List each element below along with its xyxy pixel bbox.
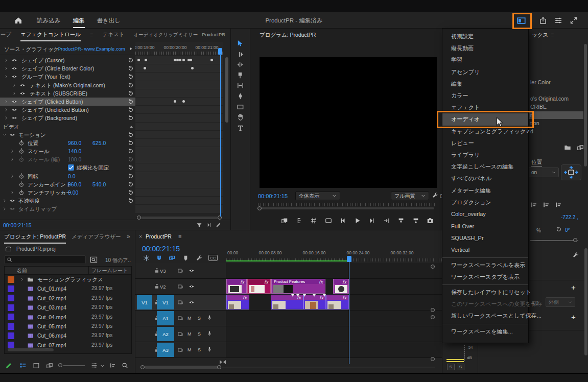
visibility-eye-icon[interactable] <box>11 65 17 71</box>
label-color-swatch[interactable] <box>8 295 14 301</box>
timeline-scroll-handle[interactable] <box>431 265 435 269</box>
track-header-v1[interactable]: V1V1 <box>135 295 226 310</box>
step-back-button[interactable] <box>339 217 346 224</box>
project-row[interactable]: モーショングラフィックス <box>5 275 131 284</box>
param-label[interactable]: スケール <box>28 148 50 155</box>
menu-item-8[interactable]: キャプションとグラフィック✓ <box>442 126 528 137</box>
razor-tool[interactable] <box>237 71 244 79</box>
sync-lock-icon[interactable] <box>177 268 183 274</box>
solo-button[interactable]: S <box>198 316 201 321</box>
keyframe-dot[interactable] <box>182 59 185 61</box>
timeline-panel-menu-icon[interactable]: ≡ <box>178 233 181 240</box>
timeline-clip[interactable]: fx <box>226 279 247 294</box>
menu-item-16[interactable]: Full-Over <box>442 220 528 232</box>
keyframe-lane[interactable] <box>135 106 223 114</box>
breadcrumb[interactable]: ProductPR.prproj <box>16 246 56 252</box>
check-label[interactable]: 縦横比を固定 <box>77 164 109 172</box>
keyframe-dot[interactable] <box>145 59 147 61</box>
label-color-swatch[interactable] <box>8 314 14 320</box>
item-name[interactable]: Cut_01.mp4 <box>37 285 66 292</box>
play-graphic-icon[interactable] <box>129 46 133 51</box>
rotation-reset-icon[interactable] <box>556 226 562 232</box>
ripple-edit-tool[interactable] <box>237 61 244 68</box>
compare-view-button[interactable] <box>281 217 288 224</box>
workspace-switcher-icon[interactable] <box>517 16 526 25</box>
track-output-eye-icon[interactable] <box>189 268 195 274</box>
label-color-swatch[interactable] <box>8 276 14 283</box>
reset-icon[interactable] <box>128 90 134 97</box>
label-color-swatch[interactable] <box>8 342 14 348</box>
effect-row-left[interactable]: シェイプ (Unclicked Button) <box>0 106 135 114</box>
track-lock-icon[interactable] <box>154 268 160 274</box>
right-panel-scrollbar-lower[interactable] <box>584 248 587 355</box>
menu-item-15[interactable]: Color_overlay <box>442 208 528 220</box>
track-output-eye-icon[interactable] <box>189 299 195 305</box>
item-name[interactable]: Cut_02.mp4 <box>37 295 66 301</box>
tab-effects-1[interactable]: エフェクトコントロール <box>20 29 81 41</box>
export-frame-button[interactable] <box>427 217 434 224</box>
reset-icon[interactable] <box>128 74 134 80</box>
keyframe-dot[interactable] <box>210 59 213 61</box>
list-view-button[interactable] <box>19 362 27 369</box>
keyframe-lane[interactable] <box>135 64 223 73</box>
track-header-v2[interactable]: V2 <box>135 279 226 294</box>
menu-item-7[interactable]: オーディオ <box>442 113 528 125</box>
effect-row-left[interactable]: シェイプ (Clicked Button) <box>0 98 135 106</box>
track-lane-a3[interactable] <box>226 342 442 357</box>
tab-effects-0[interactable]: コープ <box>0 29 11 41</box>
layer-row-fragment[interactable]: d <box>530 128 533 134</box>
twirl-icon[interactable] <box>3 207 7 211</box>
effect-label[interactable]: シェイプ (Circle Border Color) <box>21 65 94 73</box>
menu-item-18[interactable]: Vertical <box>442 244 528 255</box>
keyframe-lane[interactable] <box>135 131 223 139</box>
track-header-a3[interactable]: A3MS <box>135 342 226 357</box>
reset-icon[interactable] <box>128 164 134 171</box>
align-center-icon[interactable] <box>543 201 550 208</box>
twirl-icon[interactable] <box>4 100 8 104</box>
track-select-forward-tool[interactable] <box>237 51 244 58</box>
extract-button[interactable] <box>412 217 419 224</box>
project-h-scrollbar[interactable] <box>8 348 54 351</box>
add-stroke-button[interactable]: + <box>571 283 576 292</box>
effect-label[interactable]: 不透明度 <box>18 198 40 205</box>
timeline-clip[interactable]: fx <box>271 295 303 309</box>
track-lock-icon[interactable] <box>154 283 160 290</box>
project-panel-menu-icon[interactable]: ≡ <box>61 233 64 240</box>
effect-label[interactable]: シェイプ (Clicked Button) <box>21 99 83 106</box>
keyframe-lane[interactable] <box>135 56 223 64</box>
effect-label[interactable]: タイムリマップ <box>18 206 57 213</box>
timeline-clip[interactable]: fx <box>333 279 349 294</box>
essential-graphics-tab-fragment[interactable]: ックス <box>532 32 548 39</box>
menu-item-12[interactable]: すべてのパネル <box>442 173 528 184</box>
param-label[interactable]: 位置 <box>28 140 38 147</box>
param-value[interactable]: 540.0 <box>92 181 106 187</box>
column-framerate[interactable]: フレームレート <box>91 267 128 274</box>
track-lane-v3[interactable] <box>226 263 442 278</box>
track-name[interactable]: V3 <box>160 268 166 274</box>
layer-row-selected[interactable]: n <box>528 111 583 119</box>
slip-tool[interactable] <box>237 82 244 89</box>
menu-item-24[interactable]: ワークスペースを編集... <box>442 326 528 338</box>
effects-timecode[interactable]: 00:00:21:15 <box>3 222 31 228</box>
rotation-value[interactable]: 0° <box>565 227 570 233</box>
linked-selection-icon[interactable] <box>169 255 175 261</box>
label-color-swatch[interactable] <box>8 304 14 311</box>
automate-sequence-icon[interactable] <box>109 362 116 369</box>
project-row[interactable]: Cut_04.mp429.97 fps <box>5 313 131 322</box>
visibility-eye-icon[interactable] <box>9 132 15 138</box>
project-row[interactable]: Cut_06.mp429.97 fps <box>5 331 131 340</box>
menu-item-21[interactable]: 保存したレイアウトにリセット <box>442 286 528 298</box>
twirl-icon[interactable] <box>3 199 7 203</box>
program-panel-menu-icon[interactable]: ≡ <box>304 32 308 38</box>
opacity-slider-track[interactable] <box>530 240 578 241</box>
scrollbar-handle-right[interactable] <box>217 365 221 369</box>
timeline-scroll-handle[interactable] <box>431 308 435 312</box>
effect-row-left[interactable]: アンチフリッカー0.00 <box>0 188 135 197</box>
solo-right-button[interactable]: S <box>457 364 464 370</box>
layer-row-fragment[interactable]: tton <box>530 120 539 126</box>
sync-lock-icon[interactable] <box>177 347 183 353</box>
program-seek-track[interactable] <box>257 207 434 209</box>
visibility-eye-icon[interactable] <box>9 206 15 212</box>
hand-tool[interactable] <box>237 113 244 121</box>
track-name[interactable]: V2 <box>160 284 166 290</box>
